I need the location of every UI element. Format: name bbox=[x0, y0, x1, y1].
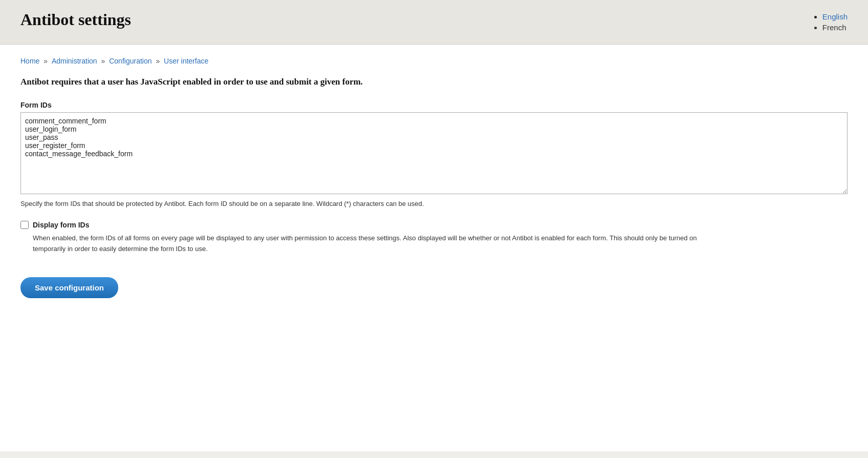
page-title: Antibot settings bbox=[20, 10, 131, 29]
display-form-ids-section: Display form IDs When enabled, the form … bbox=[20, 221, 848, 255]
display-form-ids-label[interactable]: Display form IDs bbox=[33, 221, 89, 229]
form-ids-section: Form IDs Specify the form IDs that shoul… bbox=[20, 101, 848, 209]
form-ids-textarea[interactable] bbox=[20, 112, 848, 194]
form-ids-description: Specify the form IDs that should be prot… bbox=[20, 199, 737, 209]
display-form-ids-checkbox[interactable] bbox=[20, 221, 29, 229]
breadcrumb-separator: » bbox=[154, 57, 162, 65]
breadcrumb-separator: » bbox=[41, 57, 50, 65]
display-form-ids-row: Display form IDs bbox=[20, 221, 848, 229]
form-ids-label: Form IDs bbox=[20, 101, 848, 109]
language-link-english[interactable]: English bbox=[822, 12, 848, 21]
breadcrumb-link-home[interactable]: Home bbox=[20, 57, 39, 65]
language-item-french: French bbox=[822, 23, 848, 32]
language-switcher: EnglishFrench bbox=[812, 10, 848, 34]
breadcrumb-link-administration[interactable]: Administration bbox=[52, 57, 97, 65]
breadcrumb: Home » Administration » Configuration » … bbox=[20, 57, 848, 65]
main-content: Home » Administration » Configuration » … bbox=[0, 45, 868, 451]
language-list: EnglishFrench bbox=[812, 12, 848, 32]
breadcrumb-link-configuration[interactable]: Configuration bbox=[109, 57, 151, 65]
breadcrumb-separator: » bbox=[99, 57, 107, 65]
page-header: Antibot settings EnglishFrench bbox=[0, 0, 868, 45]
breadcrumb-link-user-interface[interactable]: User interface bbox=[164, 57, 208, 65]
save-configuration-button[interactable]: Save configuration bbox=[20, 277, 118, 298]
display-form-ids-description: When enabled, the form IDs of all forms … bbox=[33, 233, 724, 255]
intro-text: Antibot requires that a user has JavaScr… bbox=[20, 75, 848, 89]
